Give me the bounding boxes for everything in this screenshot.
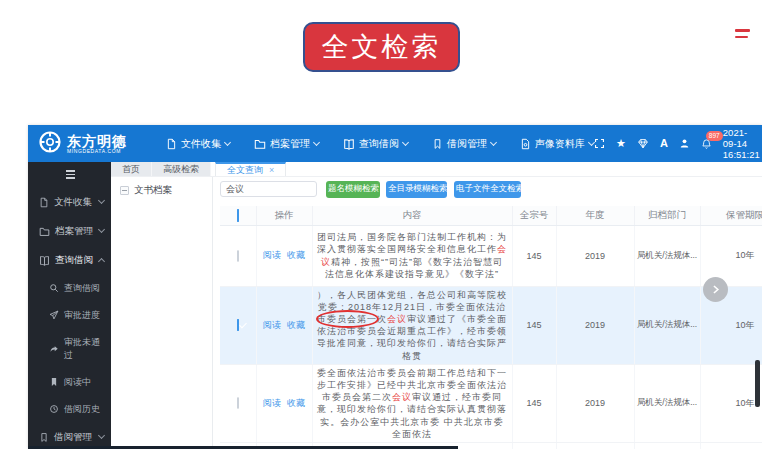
close-icon[interactable]: × [269, 165, 274, 175]
app-screenshot: 东方明德 MINGDEDATA.COM 文件收集 档案管理 [28, 125, 762, 449]
nav-item-label: 档案管理 [270, 137, 310, 151]
sidebar-item-label: 查询借阅 [55, 254, 93, 267]
nav-item-query-borrow[interactable]: 查询借阅 [343, 137, 408, 151]
table-row[interactable]: 阅读收藏），各人民团体党组，各总公司和高等院校党委：2018年12月21日，市委… [220, 286, 762, 364]
tree-expander-icon[interactable] [120, 186, 129, 195]
bookmark-icon [39, 432, 49, 443]
notifications-bell[interactable]: 897 [701, 138, 712, 150]
tab-label: 首页 [122, 163, 140, 176]
user-icon[interactable] [679, 138, 690, 149]
results-table: 操作 内容 全宗号 年度 归档部门 保管期限 阅读收藏团司法局，国务院各部门法制… [220, 206, 762, 449]
banner-label: 全文检索 [322, 29, 442, 65]
tab-bar: 首页 高级检索 全文查询 × [111, 162, 762, 177]
brand-logo[interactable]: 东方明德 MINGDEDATA.COM [38, 130, 166, 158]
nav-item-file-collection[interactable]: 文件收集 [166, 137, 230, 151]
chevron-up-icon [98, 258, 105, 265]
fullscreen-icon[interactable] [594, 138, 605, 149]
column-header-fonds-number: 全宗号 [512, 206, 556, 225]
notification-badge: 897 [706, 131, 723, 141]
sidebar-subitem-approval-progress[interactable]: 审批进度 [28, 302, 111, 329]
next-page-button[interactable] [703, 277, 728, 302]
title-fuzzy-search-button[interactable]: 题名模糊检索 [326, 181, 380, 198]
sidebar-subitem-label: 借阅历史 [64, 403, 100, 416]
chevron-down-icon [402, 138, 409, 145]
sidebar: 文件收集 档案管理 查询借阅 [28, 162, 111, 449]
tree-node-label: 文书档案 [134, 184, 172, 197]
sidebar-item-query-borrow[interactable]: 查询借阅 [28, 246, 111, 275]
sidebar-subitem-reading[interactable]: 阅读中 [28, 369, 111, 396]
nav-item-label: 借阅管理 [447, 137, 487, 151]
chevron-down-icon [313, 138, 320, 145]
keyword-highlight: 会议 [392, 392, 412, 402]
tab-advanced-search[interactable]: 高级检索 [152, 162, 211, 176]
read-link[interactable]: 阅读 [263, 320, 281, 330]
nav-item-borrow-management[interactable]: 借阅管理 [432, 137, 496, 151]
content-area: 题名模糊检索 全目录模糊检索 电子文件全文检索 [213, 177, 762, 449]
vertical-scrollbar[interactable] [755, 360, 760, 407]
fonds-number-cell: 145 [512, 442, 556, 449]
year-cell: 2018 [556, 442, 634, 449]
sidebar-subitem-approval-rejected[interactable]: 审批未通过 [28, 329, 111, 369]
nav-item-media-library[interactable]: 声像资料库 [520, 137, 594, 151]
history-icon [49, 404, 59, 414]
chevron-down-icon [490, 138, 497, 145]
fulltext-search-banner: 全文检索 [303, 22, 460, 72]
send-icon [49, 310, 59, 320]
menu-icon[interactable] [735, 29, 750, 42]
keyword-highlight: 会议 [387, 314, 407, 324]
page: 全文检索 东方明德 MINGDEDATA.COM [0, 0, 762, 449]
favorite-link[interactable]: 收藏 [287, 250, 305, 260]
year-cell: 2019 [556, 286, 634, 364]
table-header-row: 操作 内容 全宗号 年度 归档部门 保管期限 [220, 206, 762, 225]
sidebar-subitem-query-borrow[interactable]: 查询借阅 [28, 275, 111, 302]
book-icon [39, 255, 50, 266]
efile-fulltext-search-button[interactable]: 电子文件全文检索 [454, 181, 521, 198]
tab-label: 高级检索 [163, 163, 199, 176]
search-input[interactable] [220, 181, 317, 197]
favorite-link[interactable]: 收藏 [287, 398, 305, 408]
sidebar-item-archive-management[interactable]: 档案管理 [28, 217, 111, 246]
tab-fulltext-query[interactable]: 全文查询 × [215, 162, 286, 176]
nav-menu: 文件收集 档案管理 查询借阅 [166, 137, 594, 151]
brand-domain: MINGDEDATA.COM [67, 149, 127, 154]
search-row: 题名模糊检索 全目录模糊检索 电子文件全文检索 [220, 180, 762, 198]
sidebar-item-label: 档案管理 [55, 225, 93, 238]
table-row[interactable]: 阅读收藏委全面依法治市委员会前期工作总结和下一步工作安排》已经中共北京市委全面依… [220, 364, 762, 442]
font-size-icon[interactable]: A [660, 138, 668, 149]
gem-icon[interactable] [637, 138, 649, 149]
sidebar-subitem-label: 审批进度 [64, 309, 100, 322]
fonds-number-cell: 145 [512, 225, 556, 286]
row-checkbox[interactable] [237, 319, 239, 331]
row-checkbox[interactable] [237, 250, 239, 262]
sidebar-subitem-label: 审批未通过 [64, 336, 104, 362]
table-row[interactable]: 阅读收藏团司法局，国务院各部门法制工作机构：为深入贯彻落实全国网络安全和信息化工… [220, 225, 762, 286]
tab-label: 全文查询 [227, 164, 263, 177]
tab-home[interactable]: 首页 [111, 162, 152, 176]
datetime: 2021-09-14 16:51:21 [723, 127, 760, 160]
retention-cell: 10年 [700, 442, 762, 449]
brand-name: 东方明德 [67, 134, 127, 148]
nav-item-label: 文件收集 [181, 137, 221, 151]
nav-item-label: 声像资料库 [535, 137, 585, 151]
read-link[interactable]: 阅读 [263, 398, 281, 408]
row-checkbox[interactable] [237, 397, 239, 409]
column-header-content: 内容 [312, 206, 512, 225]
content-snippet: 团司法局，国务院各部门法制工作机构：为深入贯彻落实全国网络安全和信息化工作会议精… [313, 229, 512, 282]
tree-node-document-archive[interactable]: 文书档案 [120, 184, 212, 197]
select-all-checkbox[interactable] [237, 209, 239, 222]
logo-icon [38, 130, 62, 158]
folder-icon [39, 226, 50, 237]
content-snippet: ），各人民团体党组，各总公司和高等院校党委：2018年12月21日，市委全面依法… [313, 287, 512, 364]
document-icon [39, 197, 49, 208]
nav-item-archive-management[interactable]: 档案管理 [254, 137, 319, 151]
sidebar-item-file-collection[interactable]: 文件收集 [28, 188, 111, 217]
favorite-link[interactable]: 收藏 [287, 320, 305, 330]
sidebar-collapse-button[interactable] [28, 162, 111, 188]
chevron-down-icon [98, 226, 105, 233]
star-icon[interactable]: ★ [616, 138, 626, 149]
read-link[interactable]: 阅读 [263, 250, 281, 260]
column-header-actions: 操作 [256, 206, 312, 225]
archive-dept-cell: 局机关/法规体... [634, 225, 700, 286]
sidebar-subitem-borrow-history[interactable]: 借阅历史 [28, 396, 111, 423]
catalog-fuzzy-search-button[interactable]: 全目录模糊检索 [386, 181, 447, 198]
